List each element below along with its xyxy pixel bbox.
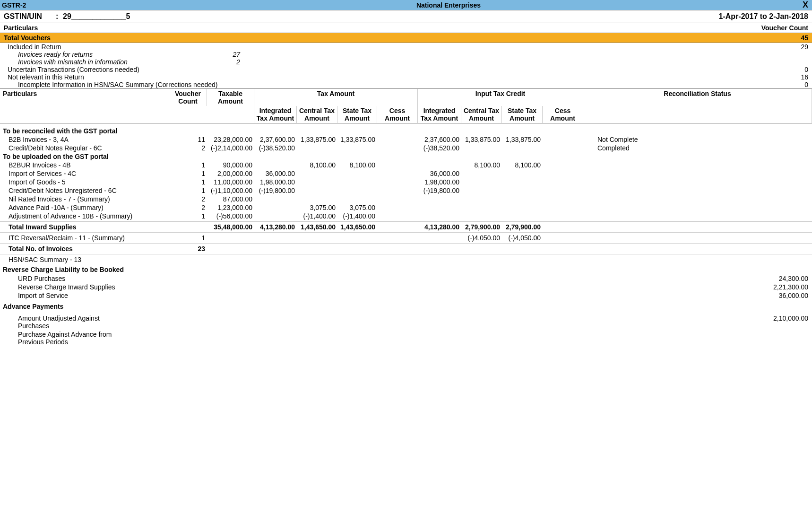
close-icon[interactable]: X (801, 0, 810, 10)
group-uploaded: To be uploaded on the GST portal (0, 152, 812, 161)
col-itc-integrated: Integrated Tax Amount (418, 106, 461, 123)
company-name: National Enterprises (96, 1, 801, 9)
impserv-vc: 1 (169, 169, 207, 178)
totalinv-vc: 23 (169, 244, 207, 253)
advadj-label: Adjustment of Advance - 10B - (Summary) (0, 212, 169, 220)
advadj-vc: 1 (169, 212, 207, 220)
prev-label: Purchase Against Advance from Previous P… (0, 331, 123, 346)
uncertain-row[interactable]: Uncertain Transactions (Corrections need… (0, 66, 812, 73)
col-recon: Reconciliation Status (583, 89, 812, 106)
rcis-row[interactable]: Reverse Charge Inward Supplies 2,21,300.… (0, 283, 812, 291)
b2b-icess (543, 135, 583, 144)
row-impgoods[interactable]: Import of Goods - 5 1 11,00,000.00 1,98,… (0, 178, 812, 186)
b2b-icen: 1,33,875.00 (461, 135, 502, 144)
notrelevant-label: Not relevant in this Return (4, 73, 84, 81)
advadj-taxable: (-)56,000.00 (207, 212, 254, 220)
b2b-taxable: 23,28,000.00 (207, 135, 254, 144)
b2bur-label: B2BUR Invoices - 4B (0, 161, 169, 169)
unadj-row[interactable]: Amount Unadjusted Against Purchases 2,10… (0, 314, 812, 330)
impserv-iint: 36,000.00 (418, 169, 461, 178)
cdnunreg-vc: 1 (169, 186, 207, 195)
urd-val: 24,300.00 (755, 275, 812, 282)
voucher-count-header: Voucher Count (761, 24, 808, 32)
itcrev-icen: (-)4,050.00 (461, 234, 502, 242)
row-cdnunreg[interactable]: Credit/Debit Notes Unregistered - 6C 1 (… (0, 186, 812, 195)
col-integrated-tax: Integrated Tax Amount (254, 106, 297, 123)
titlebar: GSTR-2 National Enterprises X (0, 0, 812, 10)
b2b-cess (377, 135, 418, 144)
unadj-label: Amount Unadjusted Against Purchases (0, 314, 123, 330)
rcis-val: 2,21,300.00 (755, 283, 812, 291)
row-nilrated[interactable]: Nil Rated Invoices - 7 - (Summary) 2 87,… (0, 195, 812, 203)
total-vouchers-label: Total Vouchers (4, 34, 801, 42)
cdnunreg-int: (-)19,800.00 (254, 186, 297, 195)
row-impserv[interactable]: Import of Services - 4C 1 2,00,000.00 36… (0, 169, 812, 178)
total-inward-label: Total Inward Supplies (0, 223, 169, 231)
advpaid-cen: 3,075.00 (297, 203, 337, 212)
total-vouchers-count: 45 (801, 34, 808, 42)
detail-grid: Particulars Voucher Count Taxable Amount… (0, 88, 812, 347)
b2b-vc: 11 (169, 135, 207, 144)
impserv-taxable: 2,00,000.00 (207, 169, 254, 178)
cdnunreg-label: Credit/Debit Notes Unregistered - 6C (0, 186, 169, 195)
row-b2bur[interactable]: B2BUR Invoices - 4B 1 90,000.00 8,100.00… (0, 161, 812, 169)
b2b-label: B2B Invoices - 3, 4A (0, 135, 169, 144)
hsn-label: HSN/SAC Summary - 13 (0, 255, 169, 264)
particulars-header: Particulars (4, 24, 761, 32)
gstin-value: 29_____________5 (63, 12, 719, 21)
row-advpaid[interactable]: Advance Paid -10A - (Summary) 2 1,23,000… (0, 203, 812, 212)
col-cess: Cess Amount (377, 106, 418, 123)
ready-label: Invoices ready for returns (4, 51, 202, 58)
b2b-recon: Not Complete (583, 135, 812, 144)
included-row[interactable]: Included in Return 29 (0, 43, 812, 51)
advadj-cen: (-)1,400.00 (297, 212, 337, 220)
imp-row[interactable]: Import of Service 36,000.00 (0, 291, 812, 300)
itcrev-vc: 1 (169, 234, 207, 242)
colon: : (56, 12, 63, 21)
row-cdnreg[interactable]: Credit/Debit Notes Regular - 6C 2 (-)2,1… (0, 144, 812, 152)
impserv-int: 36,000.00 (254, 169, 297, 178)
urd-label: URD Purchases (0, 275, 189, 282)
period-label: 1-Apr-2017 to 2-Jan-2018 (719, 12, 808, 21)
grid-header-row2: Integrated Tax Amount Central Tax Amount… (0, 106, 812, 124)
row-total-invoices: Total No. of Invoices 23 (0, 244, 812, 253)
incomplete-row[interactable]: Incomplete Information in HSN/SAC Summar… (0, 81, 812, 88)
ready-row[interactable]: Invoices ready for returns 27 (0, 51, 812, 58)
cdnreg-label: Credit/Debit Notes Regular - 6C (0, 144, 169, 152)
row-itcrev[interactable]: ITC Reversal/Reclaim - 11 - (Summary) 1 … (0, 234, 812, 242)
col-tax-amount-group: Tax Amount (254, 89, 418, 106)
col-itc-state: State Tax Amount (502, 106, 543, 123)
row-advadj[interactable]: Adjustment of Advance - 10B - (Summary) … (0, 212, 812, 220)
b2b-cen: 1,33,875.00 (297, 135, 337, 144)
impgoods-int: 1,98,000.00 (254, 178, 297, 186)
col-itc-cess: Cess Amount (543, 106, 583, 123)
grid-header-row1: Particulars Voucher Count Taxable Amount… (0, 89, 812, 106)
impgoods-label: Import of Goods - 5 (0, 178, 169, 186)
urd-row[interactable]: URD Purchases 24,300.00 (0, 274, 812, 283)
b2bur-taxable: 90,000.00 (207, 161, 254, 169)
included-label: Included in Return (4, 43, 61, 51)
nilrated-taxable: 87,000.00 (207, 195, 254, 203)
group-reconciled-label: To be reconciled with the GST portal (0, 127, 169, 135)
b2bur-state: 8,100.00 (337, 161, 377, 169)
cdnunreg-iint: (-)19,800.00 (418, 186, 461, 195)
col-taxable: Taxable Amount (207, 89, 254, 106)
itcrev-label: ITC Reversal/Reclaim - 11 - (Summary) (0, 234, 169, 242)
row-b2b[interactable]: B2B Invoices - 3, 4A 11 23,28,000.00 2,3… (0, 135, 812, 144)
uncertain-label: Uncertain Transactions (Corrections need… (4, 66, 139, 73)
b2b-state: 1,33,875.00 (337, 135, 377, 144)
advpaid-taxable: 1,23,000.00 (207, 203, 254, 212)
advpaid-state: 3,075.00 (337, 203, 377, 212)
imp-label: Import of Service (0, 292, 189, 299)
header-row: GSTIN/UIN : 29_____________5 1-Apr-2017 … (0, 10, 812, 23)
row-hsn[interactable]: HSN/SAC Summary - 13 (0, 255, 812, 264)
notrelevant-row[interactable]: Not relevant in this Return 16 (0, 73, 812, 81)
total-inward-state: 1,43,650.00 (337, 223, 377, 231)
report-name: GSTR-2 (2, 1, 96, 9)
mismatch-row[interactable]: Invoices with mismatch in information 2 (0, 58, 812, 66)
prev-row[interactable]: Purchase Against Advance from Previous P… (0, 330, 812, 346)
b2bur-icen: 8,100.00 (461, 161, 502, 169)
total-vouchers-row[interactable]: Total Vouchers 45 (0, 33, 812, 43)
cdnreg-vc: 2 (169, 144, 207, 152)
b2bur-cen: 8,100.00 (297, 161, 337, 169)
